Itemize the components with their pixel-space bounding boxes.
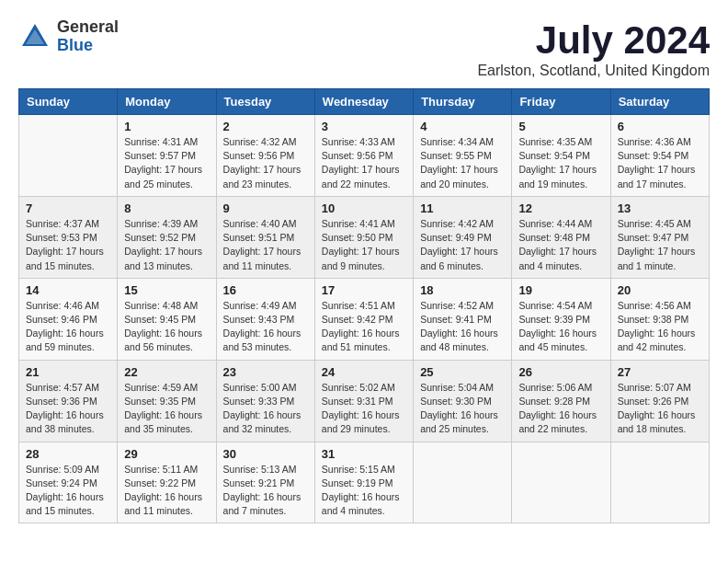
calendar-week-3: 14Sunrise: 4:46 AMSunset: 9:46 PMDayligh…: [19, 278, 710, 360]
sunset-text: Sunset: 9:56 PM: [322, 150, 393, 161]
calendar-cell: 17Sunrise: 4:51 AMSunset: 9:42 PMDayligh…: [314, 278, 413, 360]
sunrise-text: Sunrise: 5:02 AM: [322, 382, 395, 393]
day-number: 4: [420, 120, 505, 133]
sunset-text: Sunset: 9:46 PM: [26, 314, 97, 325]
daylight-text: Daylight: 17 hours and 4 minutes.: [518, 246, 597, 270]
calendar-cell: 22Sunrise: 4:59 AMSunset: 9:35 PMDayligh…: [118, 360, 216, 442]
sunrise-text: Sunrise: 4:48 AM: [124, 300, 198, 311]
daylight-text: Daylight: 17 hours and 20 minutes.: [420, 164, 498, 189]
day-info: Sunrise: 4:33 AMSunset: 9:56 PMDaylight:…: [322, 135, 406, 191]
daylight-text: Daylight: 17 hours and 6 minutes.: [420, 246, 498, 270]
sunrise-text: Sunrise: 5:00 AM: [223, 382, 297, 393]
sunrise-text: Sunrise: 5:15 AM: [322, 464, 395, 475]
day-number: 31: [322, 447, 406, 461]
calendar-week-5: 28Sunrise: 5:09 AMSunset: 9:24 PMDayligh…: [19, 442, 710, 523]
sunset-text: Sunset: 9:33 PM: [223, 396, 295, 407]
sunset-text: Sunset: 9:30 PM: [420, 396, 492, 407]
calendar-cell: [19, 115, 118, 197]
sunrise-text: Sunrise: 4:33 AM: [322, 136, 395, 147]
sunset-text: Sunset: 9:56 PM: [223, 150, 295, 161]
sunset-text: Sunset: 9:49 PM: [420, 232, 492, 243]
day-number: 23: [223, 365, 308, 379]
calendar-cell: 6Sunrise: 4:36 AMSunset: 9:54 PMDaylight…: [610, 115, 709, 197]
calendar-cell: 20Sunrise: 4:56 AMSunset: 9:38 PMDayligh…: [610, 278, 709, 360]
calendar-header: Sunday Monday Tuesday Wednesday Thursday…: [19, 89, 710, 115]
sunrise-text: Sunrise: 4:52 AM: [420, 300, 494, 311]
day-info: Sunrise: 5:07 AMSunset: 9:26 PMDaylight:…: [618, 381, 702, 437]
day-info: Sunrise: 4:51 AMSunset: 9:42 PMDaylight:…: [322, 299, 406, 355]
day-number: 12: [518, 201, 603, 215]
calendar-cell: 8Sunrise: 4:39 AMSunset: 9:52 PMDaylight…: [118, 196, 216, 278]
sunrise-text: Sunrise: 4:31 AM: [124, 136, 198, 147]
day-info: Sunrise: 5:11 AMSunset: 9:22 PMDaylight:…: [124, 463, 209, 519]
daylight-text: Daylight: 16 hours and 25 minutes.: [420, 409, 498, 434]
day-info: Sunrise: 4:32 AMSunset: 9:56 PMDaylight:…: [223, 135, 308, 191]
calendar-cell: 29Sunrise: 5:11 AMSunset: 9:22 PMDayligh…: [118, 442, 216, 523]
day-number: 30: [223, 447, 308, 461]
day-number: 22: [124, 365, 209, 379]
calendar-cell: 18Sunrise: 4:52 AMSunset: 9:41 PMDayligh…: [414, 278, 512, 360]
sunset-text: Sunset: 9:35 PM: [124, 396, 196, 407]
daylight-text: Daylight: 17 hours and 15 minutes.: [26, 246, 104, 270]
daylight-text: Daylight: 16 hours and 56 minutes.: [124, 327, 202, 352]
calendar-cell: 2Sunrise: 4:32 AMSunset: 9:56 PMDaylight…: [216, 115, 314, 197]
daylight-text: Daylight: 16 hours and 38 minutes.: [26, 409, 104, 434]
daylight-text: Daylight: 16 hours and 59 minutes.: [26, 327, 104, 352]
daylight-text: Daylight: 16 hours and 4 minutes.: [322, 491, 400, 516]
sunset-text: Sunset: 9:31 PM: [322, 396, 393, 407]
sunrise-text: Sunrise: 4:46 AM: [26, 300, 99, 311]
calendar-cell: 7Sunrise: 4:37 AMSunset: 9:53 PMDaylight…: [19, 196, 118, 278]
day-info: Sunrise: 4:44 AMSunset: 9:48 PMDaylight:…: [518, 217, 603, 273]
daylight-text: Daylight: 16 hours and 11 minutes.: [124, 491, 202, 516]
day-number: 18: [420, 283, 505, 297]
calendar-cell: 28Sunrise: 5:09 AMSunset: 9:24 PMDayligh…: [19, 442, 118, 523]
calendar-cell: 30Sunrise: 5:13 AMSunset: 9:21 PMDayligh…: [216, 442, 314, 523]
sunrise-text: Sunrise: 5:13 AM: [223, 464, 297, 475]
daylight-text: Daylight: 17 hours and 9 minutes.: [322, 246, 400, 270]
sunrise-text: Sunrise: 5:09 AM: [26, 464, 99, 475]
sunset-text: Sunset: 9:53 PM: [26, 232, 97, 243]
day-info: Sunrise: 4:56 AMSunset: 9:38 PMDaylight:…: [618, 299, 702, 355]
sunset-text: Sunset: 9:51 PM: [223, 232, 295, 243]
calendar-cell: 15Sunrise: 4:48 AMSunset: 9:45 PMDayligh…: [118, 278, 216, 360]
calendar-cell: 31Sunrise: 5:15 AMSunset: 9:19 PMDayligh…: [314, 442, 413, 523]
day-info: Sunrise: 4:36 AMSunset: 9:54 PMDaylight:…: [618, 135, 702, 191]
daylight-text: Daylight: 17 hours and 19 minutes.: [518, 164, 597, 189]
calendar-cell: 12Sunrise: 4:44 AMSunset: 9:48 PMDayligh…: [512, 196, 610, 278]
calendar-cell: 3Sunrise: 4:33 AMSunset: 9:56 PMDaylight…: [314, 115, 413, 197]
daylight-text: Daylight: 16 hours and 35 minutes.: [124, 409, 202, 434]
daylight-text: Daylight: 17 hours and 17 minutes.: [618, 164, 696, 189]
calendar-cell: 21Sunrise: 4:57 AMSunset: 9:36 PMDayligh…: [19, 360, 118, 442]
day-number: 27: [618, 365, 702, 379]
sunrise-text: Sunrise: 4:39 AM: [124, 218, 198, 229]
day-number: 9: [223, 201, 308, 215]
day-info: Sunrise: 4:39 AMSunset: 9:52 PMDaylight:…: [124, 217, 209, 273]
day-info: Sunrise: 4:57 AMSunset: 9:36 PMDaylight:…: [26, 381, 110, 437]
logo-text: General Blue: [57, 18, 119, 55]
day-info: Sunrise: 4:35 AMSunset: 9:54 PMDaylight:…: [518, 135, 603, 191]
header-wednesday: Wednesday: [314, 89, 413, 115]
sunrise-text: Sunrise: 5:07 AM: [618, 382, 691, 393]
day-info: Sunrise: 4:45 AMSunset: 9:47 PMDaylight:…: [618, 217, 702, 273]
calendar-cell: 9Sunrise: 4:40 AMSunset: 9:51 PMDaylight…: [216, 196, 314, 278]
day-number: 11: [420, 201, 505, 215]
day-number: 24: [322, 365, 406, 379]
day-number: 19: [518, 283, 603, 297]
sunset-text: Sunset: 9:38 PM: [618, 314, 689, 325]
day-number: 6: [618, 120, 702, 133]
sunset-text: Sunset: 9:54 PM: [618, 150, 689, 161]
day-info: Sunrise: 4:37 AMSunset: 9:53 PMDaylight:…: [26, 217, 110, 273]
day-info: Sunrise: 5:06 AMSunset: 9:28 PMDaylight:…: [518, 381, 603, 437]
calendar-week-2: 7Sunrise: 4:37 AMSunset: 9:53 PMDaylight…: [19, 196, 710, 278]
daylight-text: Daylight: 16 hours and 22 minutes.: [518, 409, 597, 434]
sunrise-text: Sunrise: 5:06 AM: [518, 382, 592, 393]
daylight-text: Daylight: 16 hours and 29 minutes.: [322, 409, 400, 434]
sunrise-text: Sunrise: 4:41 AM: [322, 218, 395, 229]
header-sunday: Sunday: [19, 89, 118, 115]
page-header: General Blue July 2024 Earlston, Scotlan…: [18, 18, 710, 79]
day-info: Sunrise: 4:42 AMSunset: 9:49 PMDaylight:…: [420, 217, 505, 273]
day-number: 17: [322, 283, 406, 297]
sunset-text: Sunset: 9:28 PM: [518, 396, 590, 407]
sunset-text: Sunset: 9:22 PM: [124, 477, 196, 488]
daylight-text: Daylight: 16 hours and 7 minutes.: [223, 491, 301, 516]
